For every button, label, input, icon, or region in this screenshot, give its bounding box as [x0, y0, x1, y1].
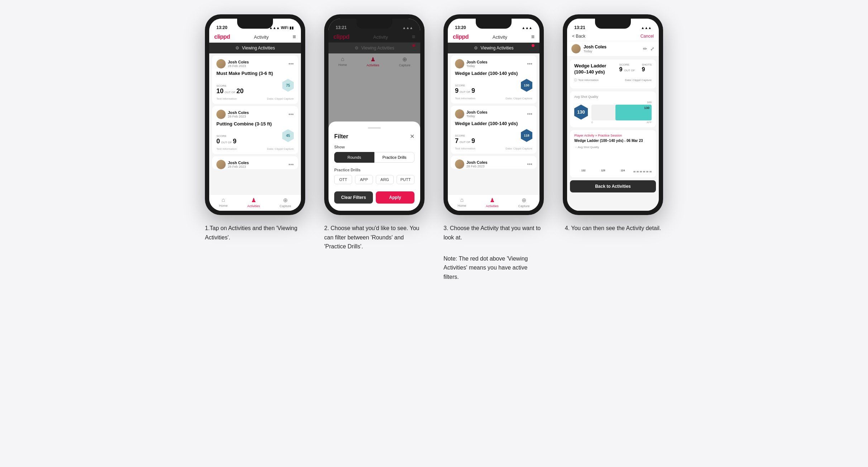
session-title: Wedge Ladder (100–140 yds) - 06 Mar 23 — [574, 139, 652, 143]
detail-header: < Back Cancel — [567, 32, 659, 41]
more-icon-1-1[interactable]: ••• — [288, 61, 294, 67]
filter-handle — [368, 127, 381, 129]
user-name-1-3: Josh Coles — [228, 161, 249, 165]
filter-title: Filter — [334, 133, 348, 140]
bar-val-3: 124 — [621, 169, 625, 172]
nav-activities-3[interactable]: ♟ Activities — [486, 197, 499, 208]
show-label: Show — [334, 145, 414, 149]
step-2-column: 13:21 ▲▲▲ clippd Activity ≡ ⚙ Viewing Ac… — [321, 14, 428, 254]
apply-button[interactable]: Apply — [376, 191, 414, 204]
menu-icon-3[interactable]: ≡ — [531, 34, 534, 40]
quality-badge-1-1: 75 — [282, 79, 294, 92]
drill-ott[interactable]: OTT — [334, 175, 352, 184]
drill-app[interactable]: APP — [355, 175, 373, 184]
viewing-banner-1[interactable]: ⚙ Viewing Activities — [209, 43, 301, 53]
capture-icon-1: ⊕ — [283, 197, 288, 204]
score-section: Score 9 OUT OF Shots 9 — [619, 63, 652, 73]
user-date-3-2: Today — [466, 114, 488, 118]
card-footer-1-2: Test Information Data: Clippd Capture — [216, 147, 294, 151]
drill-btns: OTT APP ARG PUTT — [334, 175, 414, 184]
home-label-1: Home — [219, 204, 227, 208]
user-name-3-2: Josh Coles — [466, 110, 488, 114]
phone-inner-2: 13:21 ▲▲▲ clippd Activity ≡ ⚙ Viewing Ac… — [329, 19, 420, 211]
viewing-activities-3: Viewing Activities — [481, 46, 514, 51]
phone-inner-1: 13:20 ▲▲▲ WiFi ▮▮ clippd Activity ≡ ⚙ — [209, 19, 301, 211]
more-icon-1-2[interactable]: ••• — [288, 111, 294, 117]
scroll-content-1: Josh Coles 28 Feb 2023 ••• Must Make Put… — [209, 53, 301, 194]
nav-activities-1[interactable]: ♟ Activities — [247, 197, 260, 208]
close-filter-button[interactable]: ✕ — [410, 133, 414, 140]
viewing-activities-1: Viewing Activities — [242, 46, 275, 51]
clear-filters-button[interactable]: Clear Filters — [334, 191, 373, 204]
activity-card-1-2[interactable]: Josh Coles 28 Feb 2023 ••• Putting Combi… — [212, 106, 298, 154]
activity-card-1-3[interactable]: Josh Coles 28 Feb 2023 ••• — [212, 156, 298, 169]
wifi-icon: WiFi — [281, 26, 288, 30]
session-chart-card: Player Activity » Practice Session Wedge… — [570, 130, 656, 177]
bar-rect-4 — [633, 171, 652, 172]
chart-val-label: 130 — [644, 106, 649, 110]
shots-value-4: 9 — [642, 66, 645, 72]
bar-val-2: 129 — [601, 169, 605, 172]
home-icon-3: ⌂ — [460, 197, 464, 203]
capture-label-1: Capture — [280, 204, 291, 208]
detail-user-name: Josh Coles — [584, 44, 606, 49]
user-date-1-2: 28 Feb 2023 — [228, 115, 249, 118]
edit-icon[interactable]: ✏ — [643, 46, 647, 52]
more-icon-3-3[interactable]: ••• — [527, 161, 532, 167]
shots-lbl-4: Shots — [642, 63, 652, 66]
home-icon-1: ⌂ — [222, 197, 225, 203]
bottom-nav-3: ⌂ Home ♟ Activities ⊕ Capture — [448, 194, 539, 211]
activity-card-3-1[interactable]: Josh Coles Today ••• Wedge Ladder (100-1… — [451, 56, 537, 104]
info-right-3-1: Data: Clippd Capture — [505, 97, 532, 100]
detail-info: ⓘ Test Information Data: Clippd Capture — [574, 78, 652, 82]
back-to-activities-button[interactable]: Back to Activities — [570, 180, 656, 192]
step-3-note: Note: The red dot above 'Viewing Activit… — [443, 254, 544, 282]
step-4-text: 4. You can then see the Activity detail. — [565, 224, 661, 233]
back-button[interactable]: < Back — [572, 34, 585, 39]
avg-quality-card: Avg Shot Quality 130 100 130 — [570, 91, 656, 127]
avatar-1-1 — [216, 59, 226, 68]
activity-card-3-2[interactable]: Josh Coles Today ••• Wedge Ladder (100-1… — [451, 106, 537, 154]
home-label-3: Home — [457, 204, 466, 208]
signal-icon-4: ▲▲▲ — [641, 26, 652, 30]
bottom-nav-1: ⌂ Home ♟ Activities ⊕ Capture — [209, 194, 301, 211]
phone-3: 13:20 ▲▲▲ clippd Activity ≡ ⚙ Viewing Ac… — [443, 14, 544, 215]
card-footer-3-2: Test Information Data: Clippd Capture — [455, 147, 532, 150]
nav-home-3[interactable]: ⌂ Home — [457, 197, 466, 208]
menu-icon-1[interactable]: ≡ — [293, 34, 296, 40]
more-icon-1-3[interactable]: ••• — [288, 162, 294, 167]
more-icon-3-2[interactable]: ••• — [527, 111, 532, 117]
phone-notch-4 — [595, 19, 631, 29]
nav-capture-1[interactable]: ⊕ Capture — [280, 197, 291, 208]
cancel-button[interactable]: Cancel — [641, 34, 654, 39]
practice-drills-toggle[interactable]: Practice Drills — [374, 152, 414, 163]
expand-icon[interactable]: ⤢ — [650, 46, 654, 52]
status-time-1: 13:20 — [216, 25, 227, 30]
rounds-toggle[interactable]: Rounds — [334, 152, 374, 163]
out-of-4: OUT OF — [624, 69, 635, 73]
score-lbl-4: Score — [619, 63, 636, 66]
score-row-1-1: 10 OUT OF 20 — [216, 87, 244, 95]
capture-icon-3: ⊕ — [522, 197, 526, 204]
scroll-content-3: Josh Coles Today ••• Wedge Ladder (100-1… — [448, 53, 539, 194]
score-lbl-3-2: Score — [455, 134, 475, 137]
user-info-1-1: Josh Coles 28 Feb 2023 — [228, 60, 249, 68]
nav-home-1[interactable]: ⌂ Home — [219, 197, 227, 208]
quality-hex-4: 130 — [574, 105, 588, 120]
step-3-line1: 3. Choose the Activity that you want to … — [443, 224, 544, 242]
score-val-1-2: 0 — [216, 138, 220, 145]
drill-arg[interactable]: ARG — [376, 175, 394, 184]
data-source: Data: Clippd Capture — [625, 78, 652, 82]
viewing-banner-3[interactable]: ⚙ Viewing Activities — [448, 43, 539, 53]
header-title-1: Activity — [254, 34, 269, 40]
more-icon-3-1[interactable]: ••• — [527, 61, 532, 67]
info-left-1-2: Test Information — [216, 147, 237, 151]
card-header-3-2: Josh Coles Today ••• — [455, 109, 532, 119]
activity-card-3-3[interactable]: Josh Coles 28 Feb 2023 ••• — [451, 156, 537, 169]
nav-capture-3[interactable]: ⊕ Capture — [518, 197, 530, 208]
card-header-3-1: Josh Coles Today ••• — [455, 59, 532, 68]
drill-putt[interactable]: PUTT — [397, 175, 414, 184]
activity-card-1-1[interactable]: Josh Coles 28 Feb 2023 ••• Must Make Put… — [212, 56, 298, 104]
detail-card-title: Wedge Ladder(100–140 yds) — [574, 63, 606, 75]
score-val-1-1: 10 — [216, 87, 224, 95]
